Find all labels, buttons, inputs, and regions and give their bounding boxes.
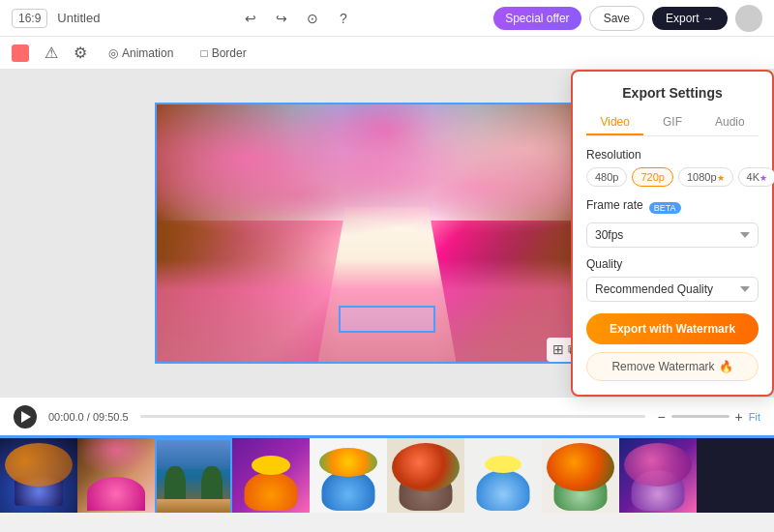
- play-icon: [21, 411, 31, 423]
- filmstrip-item-5[interactable]: [310, 438, 387, 513]
- undo-button[interactable]: ↩: [238, 6, 263, 31]
- color-picker[interactable]: [12, 44, 29, 62]
- frame-rate-select[interactable]: 30fps 24fps 60fps: [586, 222, 759, 248]
- quality-section: Quality Recommended Quality High Quality…: [586, 257, 759, 302]
- settings-icon[interactable]: ⚙: [74, 44, 87, 62]
- remove-watermark-label: Remove Watermark: [611, 360, 714, 373]
- filmstrip-item-8[interactable]: [542, 438, 619, 513]
- frame-rate-label: Frame rate: [586, 198, 643, 212]
- warning-icon: ⚠: [45, 44, 58, 62]
- tab-video[interactable]: Video: [586, 110, 643, 135]
- canvas-wrapper: ⊞ ⧉ ❐ 🗑: [155, 103, 619, 364]
- fit-button[interactable]: Fit: [749, 411, 760, 423]
- zoom-controls: − + Fit: [657, 409, 760, 425]
- filmstrip-item-9[interactable]: [619, 438, 697, 513]
- redo-button[interactable]: ↪: [269, 6, 294, 31]
- filmstrip-item-6[interactable]: [387, 438, 464, 513]
- play-button[interactable]: [14, 405, 37, 429]
- border-button[interactable]: □ Border: [194, 44, 252, 63]
- beta-badge: BETA: [649, 202, 681, 214]
- zoom-out-button[interactable]: −: [657, 409, 665, 425]
- animation-button[interactable]: ◎ Animation: [103, 44, 179, 63]
- help-button[interactable]: ?: [331, 6, 356, 31]
- timer-button[interactable]: ⊙: [300, 6, 325, 31]
- res-4k[interactable]: 4K★: [738, 167, 774, 187]
- toolbar: ⚠ ⚙ ◎ Animation □ Border: [0, 37, 774, 70]
- selected-element-overlay[interactable]: [339, 306, 435, 333]
- quality-select[interactable]: Recommended Quality High Quality Low Qua…: [586, 277, 759, 302]
- res-1080p[interactable]: 1080p★: [678, 167, 733, 187]
- topbar: 16:9 Untitled ↩ ↪ ⊙ ? Special offer Save…: [0, 0, 774, 37]
- save-button[interactable]: Save: [589, 6, 644, 31]
- frame-rate-label-row: Frame rate BETA: [586, 198, 759, 218]
- frame-rate-section: Frame rate BETA 30fps 24fps 60fps: [586, 198, 759, 248]
- res-1080p-badge: ★: [717, 173, 725, 183]
- topbar-right: Special offer Save Export →: [493, 5, 762, 32]
- player-bar: 00:00.0 / 09:50.5 − + Fit: [0, 397, 774, 435]
- aspect-ratio-selector[interactable]: 16:9: [12, 9, 47, 28]
- fire-icon: 🔥: [719, 360, 733, 373]
- resolution-options: 480p 720p 1080p★ 4K★: [586, 167, 759, 187]
- blossoms: [157, 104, 617, 284]
- table-icon[interactable]: ⊞: [552, 341, 564, 358]
- special-offer-button[interactable]: Special offer: [493, 7, 581, 30]
- export-panel-title: Export Settings: [586, 85, 759, 101]
- animation-icon: ◎: [108, 46, 118, 60]
- timeline-bar[interactable]: [140, 415, 646, 418]
- res-480p[interactable]: 480p: [586, 167, 627, 187]
- filmstrip-item-7[interactable]: [464, 438, 542, 513]
- export-panel: Export Settings Video GIF Audio Resoluti…: [571, 70, 774, 397]
- export-button[interactable]: Export →: [652, 7, 728, 30]
- filmstrip: [0, 435, 774, 513]
- project-title[interactable]: Untitled: [57, 11, 100, 25]
- tab-gif[interactable]: GIF: [643, 110, 700, 135]
- quality-label: Quality: [586, 257, 759, 271]
- filmstrip-item-2[interactable]: [77, 438, 155, 513]
- res-720p[interactable]: 720p: [632, 167, 672, 187]
- filmstrip-item-3[interactable]: [155, 438, 232, 513]
- filmstrip-item-1[interactable]: [0, 438, 77, 513]
- resolution-label: Resolution: [586, 148, 759, 162]
- zoom-slider[interactable]: [671, 415, 729, 418]
- topbar-left: 16:9 Untitled: [12, 9, 100, 28]
- export-watermark-button[interactable]: Export with Watermark: [586, 313, 759, 344]
- border-icon: □: [200, 46, 207, 60]
- zoom-in-button[interactable]: +: [735, 409, 743, 425]
- history-actions: ↩ ↪ ⊙ ?: [238, 6, 356, 31]
- time-display: 00:00.0 / 09:50.5: [48, 411, 129, 423]
- tab-audio[interactable]: Audio: [701, 110, 759, 135]
- export-tabs: Video GIF Audio: [586, 110, 759, 136]
- main-area: ⊞ ⧉ ❐ 🗑 Export Settings Video GIF Audio …: [0, 70, 774, 397]
- avatar[interactable]: [735, 5, 762, 32]
- remove-watermark-button[interactable]: Remove Watermark 🔥: [586, 352, 759, 381]
- filmstrip-item-4[interactable]: [232, 438, 310, 513]
- res-4k-badge: ★: [759, 173, 767, 183]
